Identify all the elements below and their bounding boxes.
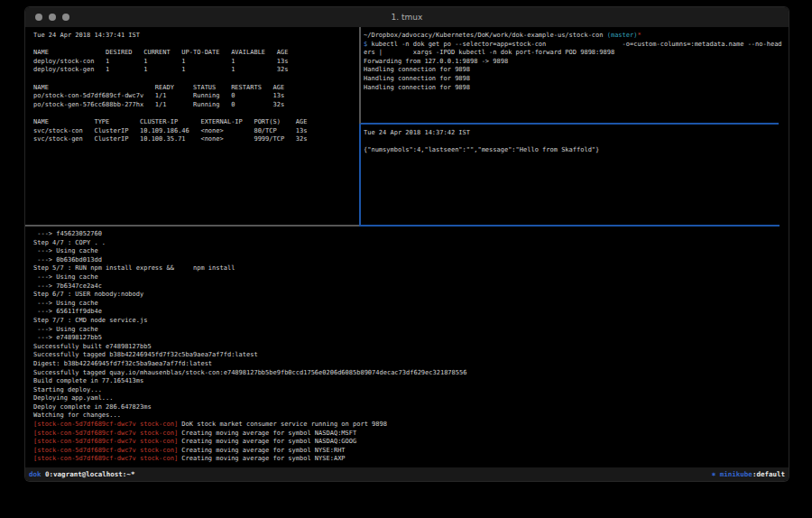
service-log-lines: [stock-con-5d7df689cf-dwc7v stock-con] D… [33, 421, 789, 464]
port-forward-output: Forwarding from 127.0.0.1:9898 -> 9898 H… [364, 58, 789, 92]
docker-build-output: ---> f45623052760 Step 4/7 : COPY . . --… [33, 230, 789, 421]
tmux-status-bar: dok 0:vagrant@localhost:~* ⎈ minikube:de… [25, 467, 789, 481]
tmux-content: Tue 24 Apr 2018 14:37:41 IST NAME DESIRE… [25, 27, 789, 467]
terminal-window: 1. tmux Tue 24 Apr 2018 14:37:41 IST NAM… [25, 7, 789, 481]
shell-command-line: $ kubectl -n dok get po --selector=app=s… [364, 41, 789, 50]
status-left: dok 0:vagrant@localhost:~* [25, 467, 134, 481]
close-button[interactable] [35, 14, 42, 21]
log-message: DoK stock market consumer service runnin… [178, 421, 387, 428]
service-log-line: [stock-con-5d7df689cf-dwc7v stock-con] C… [33, 455, 789, 464]
kube-namespace: :default [752, 470, 785, 478]
log-pod-prefix: [stock-con-5d7df689cf-dwc7v stock-con] [33, 455, 178, 462]
kubectl-watch-output: Tue 24 Apr 2018 14:37:41 IST NAME DESIRE… [33, 32, 367, 144]
git-branch: (master) [607, 32, 638, 39]
pane-curl-response[interactable]: Tue 24 Apr 2018 14:37:42 IST {"numsymbol… [361, 125, 789, 229]
log-message: Creating moving average for symbol NYSE:… [178, 455, 345, 462]
git-dirty-marker: * [637, 32, 641, 39]
shell-command-wrap-line: ers | xargs -IPOD kubectl -n dok port-fo… [364, 49, 789, 58]
window-titlebar[interactable]: 1. tmux [25, 7, 789, 28]
shell-path-line: ~/Dropbox/advocacy/Kubernetes/DoK/work/d… [364, 32, 789, 41]
command-text: kubectl -n dok get po --selector=app=sto… [371, 41, 781, 48]
json-response-line: {"numsymbols":4,"lastseen":"","message":… [364, 146, 789, 155]
log-pod-prefix: [stock-con-5d7df689cf-dwc7v stock-con] [33, 430, 178, 437]
service-log-line: [stock-con-5d7df689cf-dwc7v stock-con] D… [33, 421, 789, 430]
timestamp-line: Tue 24 Apr 2018 14:37:42 IST [364, 129, 789, 138]
window-title: 1. tmux [25, 7, 789, 27]
kube-context: minikube [720, 470, 752, 478]
zoom-button[interactable] [62, 14, 69, 21]
log-pod-prefix: [stock-con-5d7df689cf-dwc7v stock-con] [33, 447, 178, 454]
log-message: Creating moving average for symbol NASDA… [178, 430, 356, 437]
kubernetes-helm-icon: ⎈ [712, 470, 720, 478]
log-message: Creating moving average for symbol NASDA… [178, 438, 356, 445]
log-pod-prefix: [stock-con-5d7df689cf-dwc7v stock-con] [33, 438, 178, 445]
traffic-lights [35, 14, 69, 21]
blank-line [364, 138, 789, 147]
session-name[interactable]: dok [29, 470, 42, 478]
pane-kubectl-watch[interactable]: Tue 24 Apr 2018 14:37:41 IST NAME DESIRE… [25, 27, 367, 229]
cwd-path: ~/Dropbox/advocacy/Kubernetes/DoK/work/d… [364, 32, 607, 39]
minimize-button[interactable] [49, 14, 56, 21]
window-item[interactable]: 0:vagrant@localhost:~* [42, 470, 135, 478]
log-message: Creating moving average for symbol NYSE:… [178, 447, 345, 454]
pane-skaffold-build[interactable]: ---> f45623052760 Step 4/7 : COPY . . --… [25, 227, 789, 467]
service-log-line: [stock-con-5d7df689cf-dwc7v stock-con] C… [33, 438, 789, 447]
log-pod-prefix: [stock-con-5d7df689cf-dwc7v stock-con] [33, 421, 178, 428]
service-log-line: [stock-con-5d7df689cf-dwc7v stock-con] C… [33, 447, 789, 456]
service-log-line: [stock-con-5d7df689cf-dwc7v stock-con] C… [33, 430, 789, 439]
status-right: ⎈ minikube:default [712, 467, 789, 481]
pane-port-forward[interactable]: ~/Dropbox/advocacy/Kubernetes/DoK/work/d… [361, 27, 789, 127]
